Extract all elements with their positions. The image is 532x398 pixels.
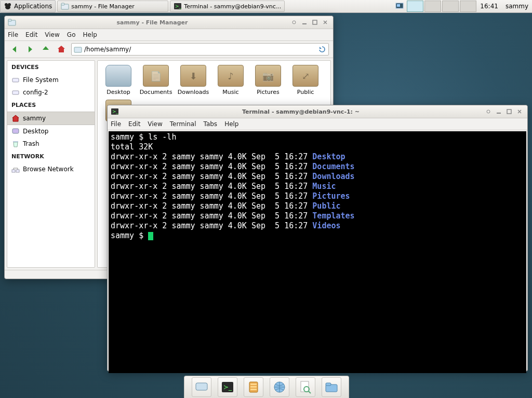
folder-item[interactable]: Desktop <box>102 65 135 95</box>
folder-icon <box>61 2 69 10</box>
dock-terminal[interactable]: ≻_ <box>218 377 237 397</box>
sidebar-item-desktop[interactable]: Desktop <box>7 125 95 138</box>
clock-label: 16:41 <box>480 3 498 10</box>
menu-go[interactable]: Go <box>67 31 76 38</box>
back-button[interactable] <box>9 44 20 55</box>
fm-title: sammy - File Manager <box>16 19 288 26</box>
svg-rect-19 <box>12 170 15 172</box>
home-button[interactable] <box>56 44 67 55</box>
menu-help[interactable]: Help <box>224 120 238 128</box>
sidebar-item-label: Desktop <box>23 128 49 135</box>
svg-rect-17 <box>12 129 19 133</box>
svg-rect-30 <box>250 383 257 385</box>
stick-icon[interactable] <box>484 107 493 116</box>
minimize-icon[interactable] <box>494 107 503 116</box>
svg-rect-18 <box>13 141 18 142</box>
term-titlebar[interactable]: ≻_ Terminal - sammy@debian9-vnc-1: ~ <box>108 105 527 118</box>
workspace-3[interactable] <box>442 1 459 12</box>
dock-folder[interactable] <box>322 377 341 397</box>
dock-show-desktop[interactable] <box>192 377 211 397</box>
svg-rect-25 <box>507 109 511 114</box>
folder-icon <box>8 18 16 26</box>
menu-file[interactable]: File <box>8 31 18 38</box>
taskbar-item-terminal[interactable]: ≻_ Terminal - sammy@debian9-vnc... <box>170 1 285 12</box>
dock-web-browser[interactable] <box>270 377 289 397</box>
svg-rect-20 <box>16 170 19 172</box>
sidebar-item-label: config-2 <box>23 89 48 96</box>
sidebar-item-label: Browse Network <box>23 166 74 173</box>
folder-item[interactable]: ⬇Downloads <box>177 65 210 95</box>
folder-icon: ♪ <box>218 65 244 87</box>
menu-terminal[interactable]: Terminal <box>170 120 196 128</box>
folder-icon <box>74 45 82 53</box>
folder-item[interactable]: ⤢Public <box>289 65 322 95</box>
desktop-icon <box>105 65 131 87</box>
sidebar-item-filesystem[interactable]: File System <box>7 74 95 86</box>
maximize-icon[interactable] <box>310 18 320 26</box>
workspace-4[interactable] <box>460 1 476 12</box>
workspace-1[interactable] <box>407 1 423 12</box>
forward-button[interactable] <box>24 44 36 55</box>
close-icon[interactable] <box>515 107 524 116</box>
folder-item[interactable]: 📷Pictures <box>251 65 285 95</box>
workspace-2[interactable] <box>424 1 441 12</box>
menu-view[interactable]: View <box>148 120 162 128</box>
fm-menubar: File Edit View Go Help <box>5 29 333 41</box>
menu-view[interactable]: View <box>45 31 59 38</box>
fm-sidebar: DEVICES File System config-2 PLACES samm… <box>7 60 95 268</box>
applications-menu[interactable]: Applications <box>0 0 56 12</box>
applications-label: Applications <box>14 3 52 10</box>
maximize-icon[interactable] <box>504 107 514 116</box>
folder-icon: ⬇ <box>180 65 206 87</box>
drive-icon <box>11 76 20 84</box>
svg-point-23 <box>487 110 490 113</box>
taskbar-item-label: Terminal - sammy@debian9-vnc... <box>184 3 281 10</box>
taskbar-item-file-manager[interactable]: sammy - File Manager <box>57 1 168 12</box>
folder-item[interactable]: 📄Documents <box>139 65 172 95</box>
sidebar-head-devices: DEVICES <box>7 61 95 74</box>
sidebar-item-home[interactable]: sammy <box>7 112 95 125</box>
fm-titlebar[interactable]: sammy - File Manager <box>5 16 333 29</box>
taskbar-item-label: sammy - File Manager <box>71 3 135 10</box>
user-menu[interactable]: sammy <box>502 0 532 12</box>
svg-rect-16 <box>12 91 19 94</box>
dock-file-manager[interactable] <box>244 377 263 397</box>
sidebar-head-network: NETWORK <box>7 150 95 163</box>
menu-edit[interactable]: Edit <box>25 31 37 38</box>
location-path: /home/sammy/ <box>84 46 131 53</box>
sidebar-item-label: File System <box>23 76 59 84</box>
menu-tabs[interactable]: Tabs <box>204 120 218 128</box>
menu-edit[interactable]: Edit <box>128 120 140 128</box>
folder-icon: 📷 <box>255 65 281 87</box>
folder-label: Music <box>214 89 247 95</box>
fm-toolbar: /home/sammy/ <box>5 41 333 58</box>
sidebar-item-config2[interactable]: config-2 <box>7 86 95 99</box>
sidebar-head-places: PLACES <box>7 99 95 112</box>
sidebar-item-browse-network[interactable]: Browse Network <box>7 163 95 175</box>
term-title: Terminal - sammy@debian9-vnc-1: ~ <box>119 108 483 115</box>
folder-item[interactable]: ♪Music <box>214 65 247 95</box>
terminal-output[interactable]: sammy $ ls -lh total 32K drwxr-xr-x 2 sa… <box>109 131 526 373</box>
sidebar-item-label: sammy <box>23 115 46 122</box>
xfce-mouse-icon <box>4 2 12 10</box>
folder-icon: ⤢ <box>292 65 318 87</box>
sidebar-item-trash[interactable]: Trash <box>7 138 95 150</box>
svg-rect-15 <box>12 78 19 82</box>
term-menubar: File Edit View Terminal Tabs Help <box>108 118 527 130</box>
svg-rect-37 <box>326 383 331 386</box>
dock-find[interactable] <box>296 377 315 397</box>
tray-display-icon[interactable] <box>395 2 404 10</box>
menu-help[interactable]: Help <box>83 31 97 38</box>
up-button[interactable] <box>40 44 51 55</box>
minimize-icon[interactable] <box>300 18 309 26</box>
folder-label: Public <box>289 89 322 95</box>
workspace-pager <box>407 1 476 12</box>
terminal-icon: ≻_ <box>111 107 119 116</box>
location-bar[interactable]: /home/sammy/ <box>71 43 329 56</box>
menu-file[interactable]: File <box>111 120 121 128</box>
svg-rect-10 <box>8 19 11 21</box>
clock[interactable]: 16:41 <box>476 0 502 12</box>
refresh-icon[interactable] <box>318 45 326 53</box>
close-icon[interactable] <box>321 18 330 26</box>
stick-icon[interactable] <box>289 18 299 26</box>
